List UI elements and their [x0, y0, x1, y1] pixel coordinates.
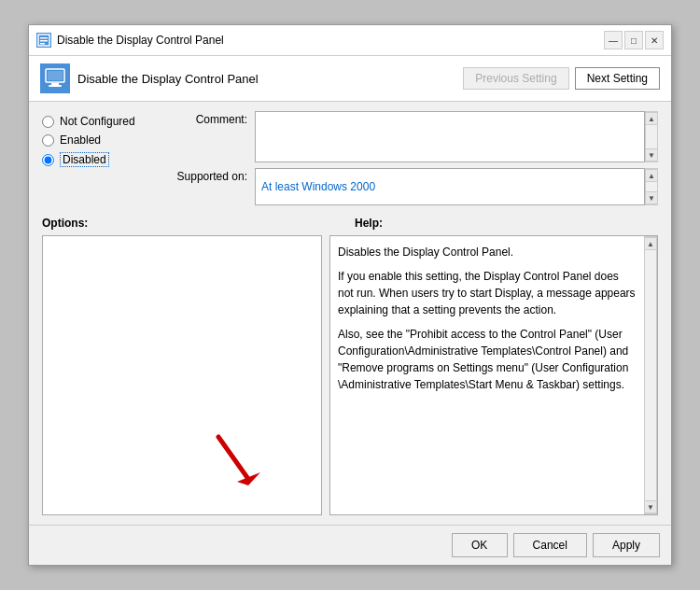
supported-field-box: At least Windows 2000 ▲ ▼ — [255, 168, 658, 205]
svg-marker-9 — [237, 472, 260, 485]
supported-value-box: At least Windows 2000 — [255, 168, 645, 205]
help-scroll-up[interactable]: ▲ — [644, 237, 657, 250]
radio-group: Not Configured Enabled Disabled — [42, 111, 154, 205]
ok-button[interactable]: OK — [452, 533, 508, 557]
sup-scroll-down[interactable]: ▼ — [645, 191, 658, 204]
header-nav: Previous Setting Next Setting — [463, 67, 660, 90]
help-scrollbar[interactable]: ▲ ▼ — [644, 236, 657, 514]
not-configured-radio-item[interactable]: Not Configured — [42, 115, 154, 128]
supported-label: Supported on: — [163, 168, 247, 183]
help-scroll-down[interactable]: ▼ — [644, 500, 657, 513]
disabled-radio[interactable] — [42, 154, 54, 166]
scroll-up-arrow[interactable]: ▲ — [645, 112, 658, 125]
maximize-button[interactable]: □ — [624, 31, 643, 49]
header-bar: Disable the Display Control Panel Previo… — [29, 56, 671, 102]
footer: OK Cancel Apply — [29, 525, 671, 565]
sections-row: Options: Help: — [42, 217, 658, 230]
help-line1: Disables the Display Control Panel. — [338, 244, 637, 260]
svg-line-8 — [218, 437, 248, 479]
sup-scroll-up[interactable]: ▲ — [645, 169, 658, 182]
enabled-label: Enabled — [60, 133, 101, 147]
comment-field-box: ▲ ▼ — [255, 111, 658, 162]
help-line2: If you enable this setting, the Display … — [338, 268, 637, 318]
scroll-thumb — [646, 125, 657, 148]
help-line3: Also, see the "Prohibit access to the Co… — [338, 326, 637, 393]
comment-scrollbar[interactable]: ▲ ▼ — [645, 111, 658, 162]
supported-scrollbar[interactable]: ▲ ▼ — [645, 168, 658, 205]
not-configured-radio[interactable] — [42, 116, 54, 128]
header-title: Disable the Display Control Panel — [77, 72, 455, 86]
svg-rect-7 — [48, 71, 63, 80]
help-text-panel: Disables the Display Control Panel. If y… — [330, 236, 644, 514]
svg-rect-6 — [49, 85, 62, 87]
help-line2-part2: When users try to start Display, a messa… — [338, 287, 636, 316]
svg-rect-3 — [40, 43, 45, 45]
title-bar-controls: — □ ✕ — [604, 31, 664, 49]
scroll-down-arrow[interactable]: ▼ — [645, 148, 658, 162]
comment-row: Comment: ▲ ▼ — [163, 111, 658, 162]
help-label: Help: — [355, 217, 658, 230]
red-arrow-icon — [209, 428, 265, 493]
apply-button[interactable]: Apply — [593, 533, 660, 557]
svg-rect-2 — [40, 40, 48, 42]
cancel-button[interactable]: Cancel — [513, 533, 587, 557]
header-icon — [40, 63, 70, 93]
content-area: Not Configured Enabled Disabled Comment: — [29, 102, 671, 525]
svg-rect-1 — [40, 37, 48, 39]
main-window: Disable the Display Control Panel — □ ✕ … — [28, 24, 672, 566]
enabled-radio-item[interactable]: Enabled — [42, 133, 154, 147]
disabled-label: Disabled — [60, 152, 109, 167]
title-bar: Disable the Display Control Panel — □ ✕ — [29, 25, 671, 56]
window-icon — [36, 33, 51, 48]
disabled-radio-item[interactable]: Disabled — [42, 152, 154, 167]
bottom-panels: Disables the Display Control Panel. If y… — [42, 235, 658, 515]
supported-row: Supported on: At least Windows 2000 ▲ ▼ — [163, 168, 658, 205]
arrow-container — [209, 428, 265, 496]
options-panel — [42, 235, 322, 515]
sup-scroll-thumb — [646, 182, 657, 191]
supported-value: At least Windows 2000 — [261, 180, 375, 193]
options-label: Options: — [42, 217, 345, 230]
right-fields: Comment: ▲ ▼ Supported on: At — [163, 111, 658, 205]
enabled-radio[interactable] — [42, 134, 54, 147]
next-setting-button[interactable]: Next Setting — [575, 67, 660, 90]
help-scroll-wrapper: Disables the Display Control Panel. If y… — [329, 235, 658, 515]
minimize-button[interactable]: — — [604, 31, 623, 49]
not-configured-label: Not Configured — [60, 115, 135, 128]
comment-textarea[interactable] — [255, 111, 645, 162]
top-section: Not Configured Enabled Disabled Comment: — [42, 111, 658, 205]
previous-setting-button[interactable]: Previous Setting — [463, 67, 568, 90]
close-button[interactable]: ✕ — [645, 31, 664, 49]
help-scroll-thumb — [645, 250, 656, 500]
window-title: Disable the Display Control Panel — [57, 34, 598, 47]
comment-label: Comment: — [163, 111, 247, 126]
svg-rect-5 — [51, 83, 59, 85]
